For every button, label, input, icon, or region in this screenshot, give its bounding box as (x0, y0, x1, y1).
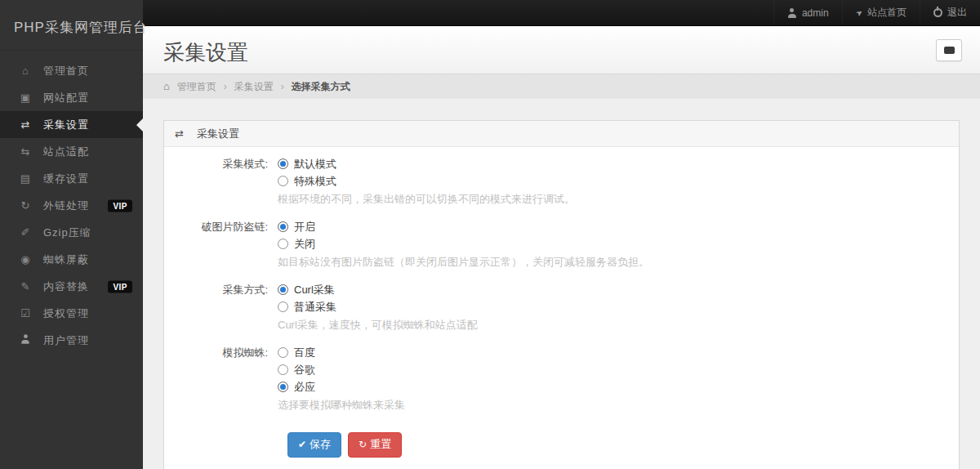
breadcrumb-level2[interactable]: 采集设置 (234, 74, 274, 99)
radio-icon (278, 284, 288, 295)
radio-label: 默认模式 (294, 157, 336, 172)
field-simulate-spider: 模拟蜘蛛: 百度 谷歌 必应 (174, 344, 947, 413)
sidebar-item-spider-block[interactable]: ◉ 蜘蛛屏蔽 (0, 246, 143, 273)
license-icon: ☑ (19, 307, 32, 319)
radio-label: 谷歌 (294, 363, 315, 377)
field-controls: 默认模式 特殊模式 根据环境的不同，采集出错的可以切换不同的模式来进行调试。 (278, 155, 575, 207)
pencil-icon: ✎ (19, 280, 32, 293)
panel-body: 采集模式: 默认模式 特殊模式 根据环境的不同，采集出错的可以切换不同的模式来进… (164, 147, 959, 469)
sidebar-item-content-replace[interactable]: ✎ 内容替换 VIP (0, 273, 143, 300)
sidebar-item-label: 站点适配 (43, 145, 89, 159)
wrench-icon: ✐ (19, 226, 32, 239)
radio-spider-baidu[interactable]: 百度 (278, 344, 405, 361)
radio-antileech-off[interactable]: 关闭 (278, 235, 649, 252)
breadcrumb: ⌂ 管理首页 › 采集设置 › 选择采集方式 (143, 74, 980, 99)
sidebar-item-license[interactable]: ☑ 授权管理 (0, 300, 143, 327)
radio-antileech-on[interactable]: 开启 (278, 218, 649, 235)
refresh-icon: ↻ (19, 199, 32, 212)
sidebar-item-label: Gzip压缩 (43, 226, 91, 240)
sidebar-item-site-config[interactable]: ▣ 网站配置 (0, 84, 143, 111)
button-row: ✔ 保存 ↻ 重置 (287, 432, 947, 458)
breadcrumb-current: 选择采集方式 (292, 74, 350, 99)
sidebar-item-users[interactable]: 用户管理 (0, 327, 143, 354)
sidebar-item-label: 管理首页 (43, 64, 89, 78)
check-icon: ✔ (298, 439, 306, 450)
field-help: 根据环境的不同，采集出错的可以切换不同的模式来进行调试。 (278, 191, 575, 207)
radio-spider-google[interactable]: 谷歌 (278, 361, 405, 378)
user-icon (787, 8, 797, 18)
sidebar-item-gzip[interactable]: ✐ Gzip压缩 (0, 219, 143, 246)
sidebar-item-label: 网站配置 (43, 91, 89, 105)
topbar-user[interactable]: admin (773, 0, 842, 25)
radio-icon (278, 221, 288, 232)
radio-normal-collect[interactable]: 普通采集 (278, 298, 478, 315)
config-icon: ▣ (19, 92, 32, 104)
comment-icon (944, 47, 955, 54)
page-title: 采集设置 (163, 38, 960, 67)
save-button[interactable]: ✔ 保存 (287, 432, 341, 458)
field-controls: 开启 关闭 如目标站没有图片防盗链（即关闭后图片显示正常），关闭可减轻服务器负担… (278, 218, 649, 270)
power-icon (933, 8, 942, 17)
topbar-logout-label: 退出 (947, 6, 967, 20)
topbar-logout[interactable]: 退出 (920, 0, 980, 25)
radio-spider-bing[interactable]: 必应 (278, 378, 405, 395)
breadcrumb-home[interactable]: 管理首页 (177, 74, 216, 99)
sidebar-menu: ⌂ 管理首页 ▣ 网站配置 ⇄ 采集设置 ⇆ 站点适配 ▤ 缓存设置 ↻ 外链处… (0, 51, 143, 354)
topbar-site-home[interactable]: ➤ 站点首页 (842, 0, 920, 25)
field-controls: Curl采集 普通采集 Curl采集，速度快，可模拟蜘蛛和站点适配 (278, 281, 478, 333)
radio-label: 普通采集 (294, 300, 336, 315)
panel-title: 采集设置 (197, 127, 239, 141)
sidebar-item-label: 用户管理 (43, 333, 89, 348)
topbar-site-home-label: 站点首页 (867, 6, 906, 20)
radio-special-mode[interactable]: 特殊模式 (278, 172, 575, 190)
field-label: 采集模式: (174, 155, 268, 207)
sidebar-item-admin-home[interactable]: ⌂ 管理首页 (0, 57, 143, 84)
home-icon[interactable]: ⌂ (163, 74, 170, 99)
field-collect-method: 采集方式: Curl采集 普通采集 Curl采集，速度快，可模拟蜘蛛和站点适配 (174, 281, 947, 333)
sidebar-item-label: 蜘蛛屏蔽 (43, 252, 89, 267)
reset-button-label: 重置 (370, 437, 391, 452)
field-collect-mode: 采集模式: 默认模式 特殊模式 根据环境的不同，采集出错的可以切换不同的模式来进… (174, 155, 947, 207)
radio-label: Curl采集 (294, 283, 335, 297)
app-logo[interactable]: PHP采集网管理后台 (0, 0, 143, 51)
radio-label: 必应 (294, 380, 315, 395)
field-label: 采集方式: (174, 281, 268, 333)
breadcrumb-separator: › (224, 74, 227, 99)
panel-header: ⇄ 采集设置 (164, 121, 959, 147)
breadcrumb-separator: › (281, 74, 284, 99)
vip-badge: VIP (108, 280, 132, 293)
sidebar-item-label: 内容替换 (43, 279, 89, 294)
field-label: 破图片防盗链: (174, 218, 268, 270)
content-body: ⇄ 采集设置 采集模式: 默认模式 特殊模式 (143, 99, 980, 469)
vip-badge: VIP (108, 199, 132, 212)
user-icon (19, 334, 32, 346)
sidebar-item-outlink[interactable]: ↻ 外链处理 VIP (0, 192, 143, 219)
eye-icon: ◉ (19, 253, 32, 266)
collect-icon: ⇄ (19, 118, 32, 131)
sidebar-item-site-adapt[interactable]: ⇆ 站点适配 (0, 138, 143, 165)
radio-default-mode[interactable]: 默认模式 (278, 155, 575, 172)
sidebar-item-label: 授权管理 (43, 306, 89, 321)
radio-curl-collect[interactable]: Curl采集 (278, 281, 478, 298)
sidebar-item-label: 外链处理 (43, 199, 89, 213)
cache-icon: ▤ (19, 172, 32, 185)
save-button-label: 保存 (310, 437, 331, 452)
radio-icon (278, 364, 288, 375)
radio-label: 开启 (294, 220, 315, 234)
field-image-antileech: 破图片防盗链: 开启 关闭 如目标站没有图片防盗链（即关闭后图片显示正常），关闭… (174, 218, 947, 270)
chat-button[interactable] (936, 39, 962, 61)
sidebar-item-cache-settings[interactable]: ▤ 缓存设置 (0, 165, 143, 192)
field-help: 如目标站没有图片防盗链（即关闭后图片显示正常），关闭可减轻服务器负担。 (278, 254, 649, 270)
radio-label: 关闭 (294, 237, 315, 252)
field-help: Curl采集，速度快，可模拟蜘蛛和站点适配 (278, 317, 478, 333)
radio-icon (278, 347, 288, 358)
radio-icon (278, 239, 288, 249)
settings-panel: ⇄ 采集设置 采集模式: 默认模式 特殊模式 (163, 120, 960, 469)
reset-button[interactable]: ↻ 重置 (348, 432, 402, 458)
radio-icon (278, 382, 288, 392)
radio-label: 百度 (294, 346, 315, 360)
reset-icon: ↻ (359, 439, 367, 450)
radio-icon (278, 176, 288, 186)
send-icon: ➤ (853, 7, 864, 19)
sidebar-item-collect-settings[interactable]: ⇄ 采集设置 (0, 111, 143, 138)
